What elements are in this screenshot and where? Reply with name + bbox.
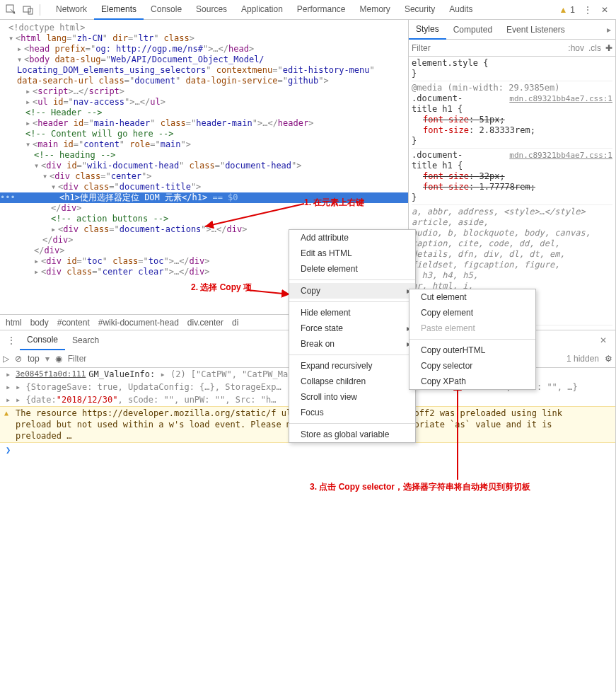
crumb-body[interactable]: body [28, 318, 54, 328]
crumb-content[interactable]: #content [54, 318, 95, 328]
ctx-paste: Paste element [409, 321, 535, 336]
ctx-copy[interactable]: Copy [289, 283, 415, 299]
styles-header: Styles Computed Event Listeners ▸ [409, 20, 615, 40]
context-submenu: Cut element Copy element Paste element C… [409, 289, 536, 390]
ctx-cut[interactable]: Cut element [409, 289, 535, 305]
ctx-force-state[interactable]: Force state [289, 321, 415, 336]
ctx-copy-selector[interactable]: Copy selector [409, 358, 535, 374]
close-icon[interactable]: ✕ [596, 1, 613, 18]
inspect-icon[interactable] [3, 1, 20, 18]
svg-rect-1 [23, 6, 30, 12]
ctx-hide[interactable]: Hide element [289, 305, 415, 321]
tab-search-drawer[interactable]: Search [65, 331, 106, 350]
eye-icon[interactable]: ◉ [55, 354, 62, 364]
ctx-delete[interactable]: Delete element [289, 261, 415, 277]
styles-filter-input[interactable] [412, 43, 564, 53]
ctx-expand[interactable]: Expand recursively [289, 358, 415, 374]
ctx-collapse[interactable]: Collapse children [289, 374, 415, 389]
crumb-div[interactable]: di [229, 318, 244, 328]
styles-body[interactable]: element.style {} @media (min-width: 29.9… [409, 57, 615, 325]
tab-memory[interactable]: Memory [353, 0, 397, 20]
ctx-store-global[interactable]: Store as global variable [289, 427, 415, 442]
annotation-1: 1. 在元素上右键 [304, 197, 364, 209]
clear-icon[interactable]: ⊘ [15, 354, 22, 364]
scope-select[interactable]: top [28, 354, 40, 364]
tab-performance[interactable]: Performance [290, 0, 353, 20]
ctx-add-attribute[interactable]: Add attribute [289, 230, 415, 246]
warn-badge[interactable]: ▲1 [554, 5, 579, 15]
ctx-edit-html[interactable]: Edit as HTML [289, 246, 415, 261]
crumb-html[interactable]: html [3, 318, 28, 328]
tab-elements[interactable]: Elements [94, 0, 144, 20]
add-rule-icon[interactable]: ✚ [605, 43, 612, 53]
ctx-focus[interactable]: Focus [289, 405, 415, 420]
panel-tabs: Network Elements Console Sources Applica… [49, 0, 554, 20]
tab-computed[interactable]: Computed [446, 21, 499, 39]
annotation-2: 2. 选择 Copy 项 [191, 282, 252, 294]
ctx-copy-xpath[interactable]: Copy XPath [409, 374, 535, 389]
tab-network[interactable]: Network [49, 0, 94, 20]
ctx-copy-el[interactable]: Copy element [409, 305, 535, 321]
ctx-scroll[interactable]: Scroll into view [289, 389, 415, 405]
ctx-break-on[interactable]: Break on [289, 336, 415, 352]
annotation-3: 3. 点击 Copy selector，选择器字符串将自动拷贝到剪切板 [310, 481, 530, 493]
tab-audits[interactable]: Audits [442, 0, 480, 20]
more-icon[interactable]: ⋮ [579, 1, 596, 18]
hidden-count: 1 hidden [566, 354, 599, 364]
execute-icon[interactable]: ▷ [3, 354, 9, 364]
tab-listeners[interactable]: Event Listeners [499, 21, 572, 39]
hov-toggle[interactable]: :hov [568, 43, 584, 53]
settings-icon[interactable]: ⚙ [605, 354, 612, 364]
tab-security[interactable]: Security [397, 0, 442, 20]
device-icon[interactable] [20, 1, 37, 18]
crumb-center[interactable]: div.center [185, 318, 229, 328]
tab-application[interactable]: Application [234, 0, 290, 20]
tab-sources[interactable]: Sources [189, 0, 234, 20]
tab-console[interactable]: Console [144, 0, 189, 20]
ctx-copy-outer[interactable]: Copy outerHTML [409, 342, 535, 358]
devtools-toolbar: Network Elements Console Sources Applica… [0, 0, 616, 20]
console-prompt[interactable]: ❯ [0, 443, 615, 457]
context-menu: Add attribute Edit as HTML Delete elemen… [289, 229, 416, 443]
cls-toggle[interactable]: .cls [588, 43, 601, 53]
tab-console-drawer[interactable]: Console [20, 330, 65, 350]
crumb-wiki[interactable]: #wiki-document-head [95, 318, 185, 328]
tab-styles[interactable]: Styles [409, 20, 446, 40]
